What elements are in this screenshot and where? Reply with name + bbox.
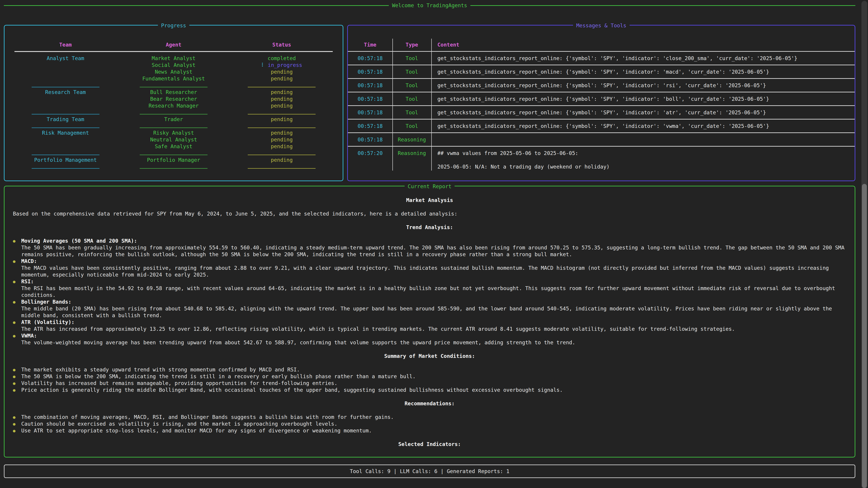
messages-header-time: Time	[348, 41, 393, 48]
message-type: Tool	[393, 109, 431, 116]
divider-line	[32, 114, 99, 115]
messages-panel: Messages & Tools TimeTypeContent00:57:18…	[347, 25, 855, 181]
bullet-item: ●Bollinger Bands:The middle band (20 SMA…	[13, 298, 846, 319]
scrollbar-track[interactable]	[862, 1, 867, 488]
bullet-body: The market exhibits a steady upward tren…	[21, 366, 846, 373]
row-rule	[348, 143, 855, 150]
divider-line	[248, 114, 315, 115]
row-rule-line	[348, 65, 855, 65]
bullet-item: ●MACD:The MACD values have been consiste…	[13, 258, 846, 278]
divider-line	[140, 155, 208, 155]
report-bullet-list: ●The combination of moving averages, MAC…	[13, 414, 846, 434]
divider-cell	[116, 151, 230, 155]
divider-line	[248, 87, 315, 88]
divider-cell	[116, 84, 230, 88]
messages-header-content: Content	[431, 41, 855, 48]
agent-status: pending	[231, 75, 333, 82]
message-time: 00:57:18	[348, 55, 393, 62]
row-rule-line	[348, 78, 855, 79]
bullet-label: MACD:	[21, 258, 37, 264]
divider-line	[140, 168, 208, 169]
message-time: 00:57:20	[348, 150, 393, 157]
bullet-icon: ●	[13, 298, 21, 319]
message-content: get_stockstats_indicators_report_online:…	[431, 123, 855, 129]
divider-cell	[231, 124, 333, 128]
message-content-line	[437, 136, 850, 143]
title-rule-right	[470, 5, 855, 6]
report-intro: Based on the comprehensive data retrieve…	[13, 210, 846, 217]
message-time: 00:57:18	[348, 123, 393, 129]
bullet-icon: ●	[13, 237, 21, 258]
header-rule-line	[348, 51, 855, 52]
message-content: get_stockstats_indicators_report_online:…	[431, 68, 855, 75]
agent-name: News Analyst	[116, 68, 230, 75]
message-row: 00:57:18Toolget_stockstats_indicators_re…	[348, 96, 855, 102]
row-rule	[348, 129, 855, 136]
report-panel: Current Report Market AnalysisBased on t…	[4, 186, 855, 457]
message-type: Tool	[393, 96, 431, 102]
divider-line	[32, 168, 99, 169]
message-row: 00:57:18Reasoning	[348, 136, 855, 143]
team-section-divider	[14, 150, 333, 157]
bullet-item: ●The market exhibits a steady upward tre…	[13, 366, 846, 373]
agent-status: pending	[231, 102, 333, 109]
agent-status: pending	[231, 96, 333, 102]
team-name: Trading Team	[14, 116, 116, 123]
team-name: Portfolio Management	[14, 157, 116, 163]
progress-panel: Progress TeamAgentStatusAnalyst TeamMark…	[4, 25, 343, 181]
bullet-item: ●Caution should be exercised as volatili…	[13, 420, 846, 427]
message-content-line: get_stockstats_indicators_report_online:…	[437, 109, 850, 116]
progress-row: Trading TeamTraderpending	[14, 116, 333, 123]
column-divider	[393, 39, 393, 170]
message-content: ## vwma values from 2025-05-06 to 2025-0…	[431, 150, 855, 170]
team-section-divider	[14, 82, 333, 89]
message-time: 00:57:18	[348, 68, 393, 75]
divider-cell	[116, 165, 230, 169]
team-section-divider	[14, 123, 333, 129]
agent-status: pending	[231, 116, 333, 123]
divider-line	[248, 155, 315, 155]
row-rule	[348, 62, 855, 68]
progress-row: Neutral Analystpending	[14, 136, 333, 143]
message-time: 00:57:18	[348, 136, 393, 143]
agent-status: pending	[231, 68, 333, 75]
report-body: Market AnalysisBased on the comprehensiv…	[4, 186, 855, 448]
divider-cell	[14, 124, 116, 128]
bullet-item: ●Price action is generally riding the mi…	[13, 387, 846, 393]
message-row: 00:57:18Toolget_stockstats_indicators_re…	[348, 109, 855, 116]
divider-cell	[231, 84, 333, 88]
divider-cell	[231, 151, 333, 155]
app-title-bar: Welcome to TradingAgents	[4, 1, 855, 10]
message-content-line: get_stockstats_indicators_report_online:…	[437, 123, 850, 129]
bullet-icon: ●	[13, 366, 21, 373]
divider-cell	[14, 151, 116, 155]
bullet-body: Bollinger Bands:The middle band (20 SMA)…	[21, 298, 846, 319]
message-row: 00:57:18Toolget_stockstats_indicators_re…	[348, 123, 855, 129]
agent-status: pending	[231, 143, 333, 150]
scrollbar-thumb[interactable]	[862, 184, 867, 488]
progress-header-status: Status	[231, 41, 333, 48]
report-bullet-list: ●The market exhibits a steady upward tre…	[13, 366, 846, 393]
message-content: get_stockstats_indicators_report_online:…	[431, 109, 855, 116]
row-rule-line	[348, 146, 855, 147]
agent-name: Risky Analyst	[116, 129, 230, 136]
message-content-line: ## vwma values from 2025-05-06 to 2025-0…	[437, 150, 850, 157]
bullet-body: Use ATR to set appropriate stop-loss lev…	[21, 427, 846, 434]
row-rule-line	[348, 92, 855, 92]
bullet-icon: ●	[13, 414, 21, 420]
divider-cell	[116, 124, 230, 128]
divider-line	[32, 127, 99, 128]
message-row: 00:57:18Toolget_stockstats_indicators_re…	[348, 68, 855, 75]
message-content-line: get_stockstats_indicators_report_online:…	[437, 96, 850, 102]
divider-line	[32, 87, 99, 88]
progress-row: Bear Researcherpending	[14, 96, 333, 102]
status-bar-text: Tool Calls: 9 | LLM Calls: 6 | Generated…	[350, 468, 509, 475]
header-rule	[348, 48, 855, 55]
bullet-label: VWMA:	[21, 333, 37, 339]
header-rule	[14, 48, 333, 55]
message-content-line: get_stockstats_indicators_report_online:…	[437, 68, 850, 75]
agent-status: pending	[231, 89, 333, 96]
agent-status: completed	[231, 55, 333, 62]
bullet-item: ●The combination of moving averages, MAC…	[13, 414, 846, 420]
divider-line	[32, 155, 99, 155]
